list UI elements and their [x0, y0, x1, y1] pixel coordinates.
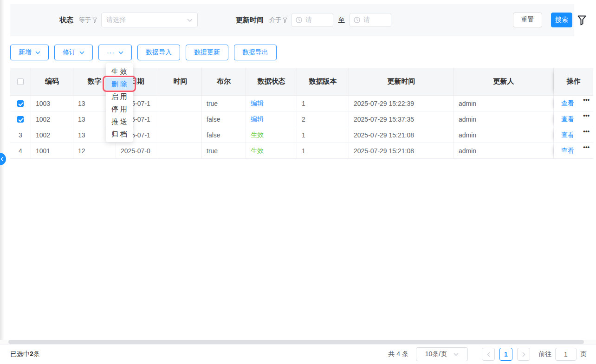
status-select-placeholder: 请选择	[106, 16, 187, 24]
chevron-down-icon	[187, 19, 193, 22]
cell-version: 1	[297, 143, 349, 159]
search-button[interactable]: 搜索	[551, 13, 572, 27]
chevron-down-icon	[118, 51, 123, 54]
page-unit-label: 页	[580, 350, 587, 358]
revise-button[interactable]: 修订	[54, 45, 93, 60]
table-header: 编码 数字 日期 时间 布尔 数据状态 数据版本 更新时间 更新人 操作	[10, 68, 593, 96]
reset-button[interactable]: 重置	[513, 13, 542, 27]
table-row: 4 1001 12 2025-07-0 true 生效 1 2025-07-29…	[10, 143, 593, 159]
cell-updated-by: admin	[454, 143, 554, 159]
footer-bar: 已选中2条 共 4 条 10条/页 1 前往 页	[0, 344, 596, 364]
prev-page-button[interactable]	[482, 348, 495, 361]
status-select[interactable]: 请选择	[101, 13, 198, 27]
row-index[interactable]: 3	[10, 127, 31, 143]
status-filter-group: 状态 等于 请选择	[59, 13, 198, 27]
cell-updated-at: 2025-07-29 15:21:08	[349, 143, 454, 159]
more-actions-button[interactable]: ···	[98, 45, 132, 60]
start-time-input[interactable]: 请	[292, 13, 333, 27]
more-actions-menu: 生 效 删 除 启 用 停 用 推 送 归 档	[106, 63, 133, 142]
header-data-version: 数据版本	[297, 68, 349, 96]
total-count-text: 共 4 条	[388, 350, 408, 358]
end-time-input[interactable]: 请	[350, 13, 391, 27]
page-size-select[interactable]: 10条/页	[416, 347, 468, 361]
chevron-right-icon	[522, 352, 525, 357]
row-checkbox[interactable]	[17, 116, 24, 123]
header-updated-by: 更新人	[454, 68, 554, 96]
cell-updated-at: 2025-07-29 15:22:39	[349, 96, 454, 111]
cell-date: 2025-07-0	[116, 143, 159, 159]
data-export-button[interactable]: 数据导出	[234, 45, 277, 60]
cell-time	[159, 143, 202, 159]
cell-code: 1001	[31, 143, 73, 159]
row-more-icon[interactable]: •••	[583, 128, 590, 135]
cell-number: 12	[73, 143, 116, 159]
header-updated-at: 更新时间	[349, 68, 454, 96]
next-page-button[interactable]	[517, 348, 530, 361]
funnel-small-icon	[92, 18, 97, 23]
selected-count-text: 已选中2条	[10, 350, 40, 358]
header-actions: 操作	[554, 68, 593, 96]
menu-item-push[interactable]: 推 送	[106, 115, 133, 128]
row-more-icon[interactable]: •••	[583, 97, 590, 103]
header-code: 编码	[31, 68, 73, 96]
select-all-checkbox[interactable]	[17, 78, 24, 85]
update-time-operator[interactable]: 介于	[269, 16, 287, 24]
cell-bool: false	[202, 127, 246, 143]
menu-item-delete[interactable]: 删 除	[106, 78, 133, 90]
cell-version: 2	[297, 111, 349, 127]
status-operator[interactable]: 等于	[79, 16, 97, 24]
clock-icon	[354, 17, 360, 23]
status-filter-label: 状态	[59, 16, 73, 25]
cell-status: 编辑	[246, 111, 297, 127]
view-link[interactable]: 查看	[561, 99, 574, 108]
row-checkbox[interactable]	[17, 100, 24, 107]
end-time-placeholder: 请	[363, 16, 387, 24]
cell-code: 1002	[31, 111, 73, 127]
update-time-filter-label: 更新时间	[236, 16, 264, 25]
cell-status: 生效	[246, 143, 297, 159]
clock-icon	[296, 17, 302, 23]
chevron-down-icon	[35, 51, 40, 54]
row-more-icon[interactable]: •••	[583, 144, 590, 150]
cell-time	[159, 96, 202, 111]
funnel-small-icon	[283, 18, 287, 23]
menu-item-disable[interactable]: 停 用	[106, 103, 133, 115]
view-link[interactable]: 查看	[561, 115, 574, 124]
data-import-button[interactable]: 数据导入	[137, 45, 180, 60]
view-link[interactable]: 查看	[561, 147, 574, 155]
table-row: 3 1002 13 2025-07-1 false 生效 1 2025-07-2…	[10, 127, 593, 143]
menu-item-effect[interactable]: 生 效	[106, 65, 133, 78]
goto-label: 前往	[538, 350, 551, 358]
filter-toggle-icon[interactable]	[577, 15, 586, 26]
data-update-button[interactable]: 数据更新	[186, 45, 228, 60]
cell-code: 1002	[31, 127, 73, 143]
cell-updated-by: admin	[454, 127, 554, 143]
row-more-icon[interactable]: •••	[583, 112, 590, 119]
filter-panel: 状态 等于 请选择 更新时间 介于 请 至 请 重置 搜索	[10, 4, 574, 36]
panel-collapse-button[interactable]	[0, 153, 6, 165]
scrollbar-thumb[interactable]	[8, 340, 584, 344]
page-number-button[interactable]: 1	[499, 348, 512, 361]
table-row: 1002 13 2025-07-1 false 编辑 2 2025-07-29 …	[10, 111, 593, 127]
goto-page-input[interactable]	[555, 348, 577, 361]
cell-bool: false	[202, 111, 246, 127]
cell-bool: true	[202, 96, 246, 111]
cell-time	[159, 111, 202, 127]
horizontal-scrollbar	[0, 340, 596, 344]
cell-updated-by: admin	[454, 96, 554, 111]
to-label: 至	[338, 16, 345, 25]
add-button[interactable]: 新增	[10, 45, 49, 60]
cell-code: 1003	[31, 96, 73, 111]
cell-bool: true	[202, 143, 246, 159]
cell-status: 生效	[246, 127, 297, 143]
chevron-down-icon	[453, 353, 459, 356]
menu-item-archive[interactable]: 归 档	[106, 128, 133, 140]
chevron-left-icon	[487, 352, 490, 357]
left-panel-shadow	[0, 0, 4, 364]
header-bool: 布尔	[202, 68, 246, 96]
table-row: 1003 13 2025-07-1 true 编辑 1 2025-07-29 1…	[10, 96, 593, 111]
view-link[interactable]: 查看	[561, 131, 574, 139]
cell-updated-at: 2025-07-29 15:37:35	[349, 111, 454, 127]
menu-item-enable[interactable]: 启 用	[106, 90, 133, 103]
row-index[interactable]: 4	[10, 143, 31, 159]
